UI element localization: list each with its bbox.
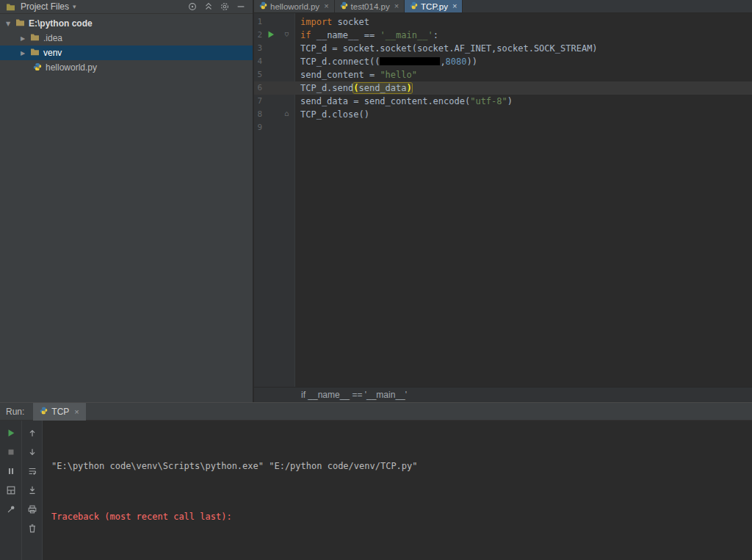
code-token: ) — [507, 96, 513, 106]
editor-tab-test014[interactable]: test014.py × — [335, 0, 405, 12]
code-editor[interactable]: 1 import socket 2 ⌂ if __name__ == '__ma… — [254, 13, 752, 387]
tree-item-venv[interactable]: ▶ venv — [0, 46, 253, 60]
chevron-down-icon[interactable]: ▾ — [73, 3, 76, 10]
editor-area: helloworld.py × test014.py × TCP.py × 1 … — [254, 0, 752, 402]
project-view-title[interactable]: Project Files — [21, 1, 69, 12]
scroll-to-end-button[interactable] — [26, 484, 38, 496]
line-number: 7 — [254, 95, 294, 108]
code-token: if — [300, 30, 311, 40]
close-icon[interactable]: × — [452, 2, 457, 10]
settings-gear-icon[interactable] — [218, 1, 231, 13]
console-line: Traceback (most recent call last): — [51, 509, 752, 526]
up-stack-trace-button[interactable] — [26, 426, 38, 439]
code-line-4[interactable]: 4 TCP_d.connect((,8080)) — [254, 55, 752, 68]
hide-panel-icon[interactable] — [234, 1, 247, 13]
breadcrumb-text[interactable]: if __name__ == '__main__' — [301, 390, 407, 400]
restore-layout-button[interactable] — [4, 484, 17, 496]
code-token: send_content = — [300, 70, 380, 80]
close-icon[interactable]: × — [74, 407, 79, 416]
chevron-collapsed-icon[interactable]: ▶ — [19, 35, 26, 42]
run-panel-body: "E:\python code\venv\Scripts\python.exe"… — [0, 421, 752, 560]
code-line-1[interactable]: 1 import socket — [254, 15, 752, 29]
fold-end-icon[interactable]: ⌂ — [284, 109, 289, 118]
down-stack-trace-button[interactable] — [26, 446, 38, 458]
line-number: 3 — [254, 42, 294, 55]
tree-item-label: E:\python code — [29, 18, 93, 29]
ide-window: Project Files ▾ ▼ E:\python code — [0, 0, 752, 560]
console-error-text: Traceback (most recent call last): — [51, 512, 232, 522]
folder-icon — [15, 18, 25, 29]
run-tool-window: Run: TCP × — [0, 402, 752, 560]
close-icon[interactable]: × — [324, 2, 328, 10]
code-token: : — [433, 30, 438, 40]
tab-label: TCP.py — [421, 2, 448, 11]
run-toolbar-primary — [0, 421, 22, 560]
python-file-icon — [259, 1, 267, 11]
code-token: , — [440, 57, 445, 67]
tree-item-idea[interactable]: ▶ .idea — [0, 31, 253, 46]
soft-wrap-button[interactable] — [26, 465, 38, 477]
folder-icon — [30, 48, 40, 58]
collapse-all-icon[interactable] — [202, 1, 214, 13]
editor-tab-tcp[interactable]: TCP.py × — [405, 0, 463, 12]
tree-item-helloworld[interactable]: helloworld.py — [0, 60, 253, 75]
run-console[interactable]: "E:\python code\venv\Scripts\python.exe"… — [43, 421, 752, 560]
run-panel-title[interactable]: Run: — [0, 407, 33, 417]
folder-icon — [30, 33, 40, 43]
code-token: send_data = send_content.encode( — [300, 96, 470, 106]
code-line-6-current[interactable]: 6 TCP_d.send(send_data) — [254, 81, 752, 95]
code-line-3[interactable]: 3 TCP_d = socket.socket(socket.AF_INET,s… — [254, 42, 752, 55]
tree-item-project-root[interactable]: ▼ E:\python code — [0, 16, 253, 31]
code-token: "utf-8" — [470, 96, 507, 106]
code-token: )) — [467, 57, 477, 67]
project-panel: Project Files ▾ ▼ E:\python code — [0, 0, 253, 402]
pin-tab-button[interactable] — [4, 503, 17, 515]
close-icon[interactable]: × — [394, 2, 399, 10]
run-line-icon[interactable] — [267, 31, 275, 38]
code-line-7[interactable]: 7 send_data = send_content.encode("utf-8… — [254, 95, 752, 108]
rerun-button[interactable] — [4, 426, 17, 439]
run-tab-label: TCP — [51, 407, 69, 417]
code-line-9[interactable]: 9 — [254, 121, 752, 134]
code-line-5[interactable]: 5 send_content = "hello" — [254, 68, 752, 81]
line-number: 9 — [254, 121, 294, 134]
python-file-icon — [40, 407, 48, 417]
tree-item-label: helloworld.py — [46, 62, 97, 73]
code-token: "hello" — [380, 70, 417, 80]
run-tab-tcp[interactable]: TCP × — [33, 403, 85, 421]
pause-output-button[interactable] — [4, 465, 17, 477]
run-panel-header: Run: TCP × — [0, 403, 752, 421]
python-file-icon — [33, 62, 42, 73]
code-token: 8080 — [446, 57, 467, 67]
breadcrumb[interactable]: if __name__ == '__main__' — [254, 387, 752, 402]
fold-start-icon[interactable]: ⌂ — [284, 30, 289, 39]
code-token: send_data — [358, 83, 406, 93]
line-number: 8 ⌂ — [254, 108, 294, 121]
tab-label: helloworld.py — [270, 2, 319, 11]
project-folder-icon — [4, 1, 17, 13]
chevron-collapsed-icon[interactable]: ▶ — [19, 50, 26, 57]
console-line: "E:\python code\venv\Scripts\python.exe"… — [51, 458, 752, 475]
editor-tab-helloworld[interactable]: helloworld.py × — [254, 0, 335, 12]
code-token: ) — [407, 83, 412, 93]
clear-console-button[interactable] — [26, 522, 38, 534]
project-tree: ▼ E:\python code ▶ .idea ▶ venv hellowor… — [0, 14, 253, 75]
print-button[interactable] — [26, 503, 38, 515]
code-token: TCP_d.connect(( — [300, 57, 380, 67]
code-token: TCP_d.send — [300, 83, 353, 93]
chevron-expanded-icon[interactable]: ▼ — [4, 21, 12, 27]
line-number: 1 — [254, 15, 294, 29]
locate-file-icon[interactable] — [186, 1, 198, 13]
code-line-2[interactable]: 2 ⌂ if __name__ == '__main__': — [254, 29, 752, 42]
line-number: 6 — [254, 81, 294, 95]
editor-tab-bar: helloworld.py × test014.py × TCP.py × — [254, 0, 752, 13]
console-text: "E:\python code\venv\Scripts\python.exe"… — [51, 461, 418, 471]
tab-label: test014.py — [351, 2, 390, 11]
project-panel-header: Project Files ▾ — [0, 0, 253, 14]
line-number: 4 — [254, 55, 294, 68]
run-toolbar-secondary — [22, 421, 43, 560]
code-line-8[interactable]: 8 ⌂ TCP_d.close() — [254, 108, 752, 121]
stop-button[interactable] — [4, 446, 17, 458]
line-number: 2 ⌂ — [254, 29, 294, 42]
code-token: TCP_d.close() — [300, 109, 369, 120]
